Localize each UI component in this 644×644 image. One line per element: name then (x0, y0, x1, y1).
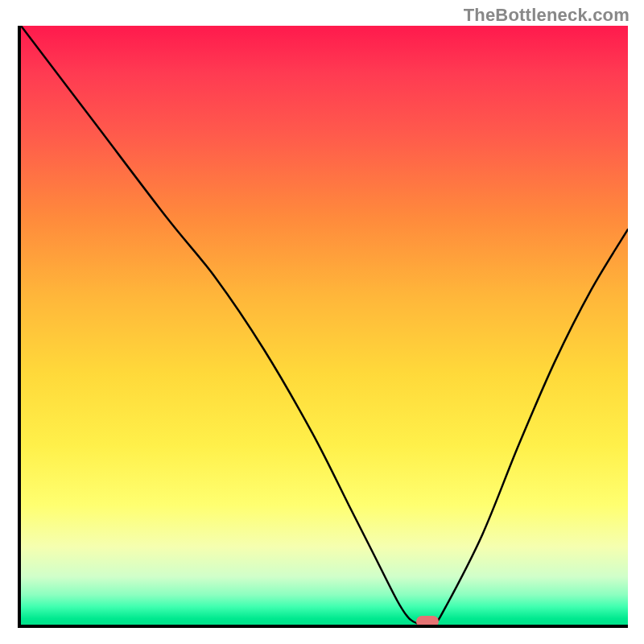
curve-svg (21, 26, 628, 625)
plot-area (18, 26, 628, 628)
attribution-text: TheBottleneck.com (464, 5, 630, 26)
chart-container: TheBottleneck.com (0, 0, 644, 644)
optimal-marker (416, 616, 439, 627)
bottleneck-curve (21, 26, 628, 625)
